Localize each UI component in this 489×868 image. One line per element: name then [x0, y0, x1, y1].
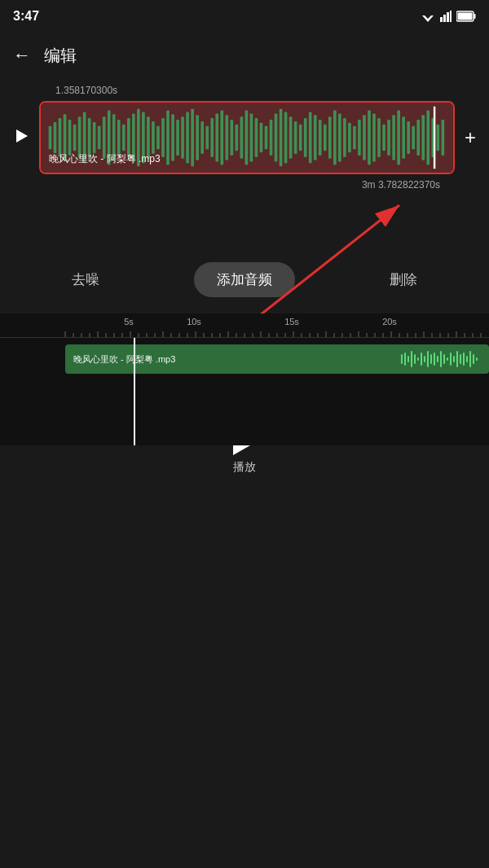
svg-rect-16 [73, 125, 77, 151]
svg-rect-37 [176, 120, 179, 156]
svg-rect-50 [240, 116, 244, 159]
svg-rect-151 [401, 354, 403, 364]
svg-rect-83 [402, 116, 405, 159]
svg-rect-73 [353, 126, 356, 150]
svg-rect-20 [93, 122, 96, 153]
svg-rect-53 [255, 118, 258, 157]
playhead-extended [0, 380, 489, 445]
svg-rect-63 [304, 118, 307, 157]
svg-rect-69 [333, 111, 337, 165]
svg-rect-33 [156, 126, 160, 150]
svg-rect-12 [54, 122, 57, 153]
svg-rect-40 [191, 109, 194, 167]
svg-rect-168 [456, 351, 458, 367]
play-label: 播放 [233, 460, 256, 475]
ruler-svg: 5s 10s 15s 20s [0, 313, 489, 338]
back-button[interactable]: ← [13, 45, 31, 66]
svg-rect-41 [196, 115, 199, 160]
svg-rect-80 [387, 120, 390, 156]
svg-rect-51 [245, 111, 249, 165]
svg-rect-8 [458, 13, 473, 20]
svg-rect-152 [404, 353, 406, 366]
add-audio-button[interactable]: + [465, 126, 476, 149]
svg-rect-167 [453, 356, 455, 362]
svg-rect-48 [231, 120, 234, 156]
svg-rect-34 [161, 118, 165, 157]
svg-rect-4 [447, 12, 449, 22]
timeline-section: 5s 10s 15s 20s 晚风心里吹 - 阿梨粤 .mp3 [0, 313, 489, 445]
svg-rect-79 [382, 125, 385, 151]
svg-text:10s: 10s [187, 317, 201, 327]
svg-rect-162 [437, 356, 438, 362]
timeline-ruler: 5s 10s 15s 20s [0, 313, 489, 338]
svg-rect-163 [440, 351, 442, 367]
svg-rect-170 [463, 353, 465, 366]
svg-marker-9 [16, 129, 28, 142]
svg-rect-27 [127, 118, 130, 157]
svg-rect-11 [49, 126, 52, 150]
svg-text:15s: 15s [284, 317, 299, 327]
waveform-display[interactable]: 晚风心里吹 - 阿梨粤 .mp3 [39, 101, 455, 174]
svg-rect-90 [437, 125, 440, 151]
svg-rect-26 [122, 125, 126, 151]
svg-rect-161 [434, 353, 435, 366]
playhead-line-extended [134, 380, 135, 445]
svg-rect-21 [98, 126, 101, 150]
svg-rect-52 [250, 113, 253, 161]
svg-rect-32 [152, 121, 155, 154]
waveform-track-label: 晚风心里吹 - 阿梨粤 .mp3 [49, 152, 161, 166]
svg-rect-166 [450, 353, 452, 366]
waveform-row: 晚风心里吹 - 阿梨粤 .mp3 + [13, 101, 476, 174]
svg-rect-74 [358, 120, 361, 156]
play-icon [13, 128, 29, 144]
svg-text:20s: 20s [382, 317, 397, 327]
svg-rect-71 [343, 118, 346, 157]
status-icons [421, 11, 476, 22]
svg-rect-57 [275, 113, 278, 161]
playhead-line [134, 338, 135, 380]
svg-rect-62 [299, 125, 302, 151]
svg-rect-35 [166, 111, 170, 165]
svg-rect-160 [430, 354, 432, 364]
svg-rect-67 [324, 125, 327, 151]
page-title: 编辑 [44, 45, 77, 67]
svg-rect-87 [421, 115, 425, 160]
ruler-ticks: 5s 10s 15s 20s [0, 313, 489, 334]
waveform-section: 1.358170300s [0, 78, 489, 197]
svg-rect-158 [424, 356, 425, 362]
svg-rect-159 [427, 351, 429, 367]
svg-line-94 [244, 205, 399, 327]
timeline-audio-track[interactable]: 晚风心里吹 - 阿梨粤 .mp3 [65, 344, 489, 374]
svg-rect-45 [215, 113, 218, 161]
svg-rect-72 [348, 123, 351, 152]
svg-rect-66 [319, 120, 322, 156]
svg-rect-157 [421, 353, 422, 366]
svg-rect-172 [469, 351, 471, 367]
signal-icon [440, 11, 452, 22]
svg-rect-3 [443, 15, 446, 22]
svg-rect-19 [88, 118, 91, 157]
svg-rect-156 [417, 357, 419, 361]
svg-rect-55 [265, 126, 268, 150]
svg-rect-61 [294, 121, 297, 154]
svg-rect-81 [392, 115, 395, 160]
svg-rect-15 [68, 120, 72, 156]
timeline-track-label: 晚风心里吹 - 阿梨粤 .mp3 [73, 353, 175, 366]
svg-rect-46 [220, 111, 223, 165]
svg-rect-36 [171, 114, 174, 160]
svg-rect-56 [270, 120, 273, 156]
svg-rect-164 [443, 354, 445, 364]
svg-rect-39 [186, 112, 189, 163]
svg-rect-82 [397, 111, 400, 165]
svg-rect-68 [328, 116, 332, 159]
svg-rect-2 [440, 17, 443, 22]
svg-rect-5 [450, 11, 452, 22]
top-bar: ← 编辑 [0, 33, 489, 78]
timeline-waveform-mini [399, 349, 481, 369]
svg-rect-78 [377, 118, 381, 157]
svg-rect-42 [200, 121, 204, 154]
svg-rect-91 [442, 120, 445, 156]
svg-rect-65 [314, 115, 317, 160]
waveform-play-button[interactable] [13, 128, 29, 148]
svg-rect-154 [411, 351, 412, 367]
